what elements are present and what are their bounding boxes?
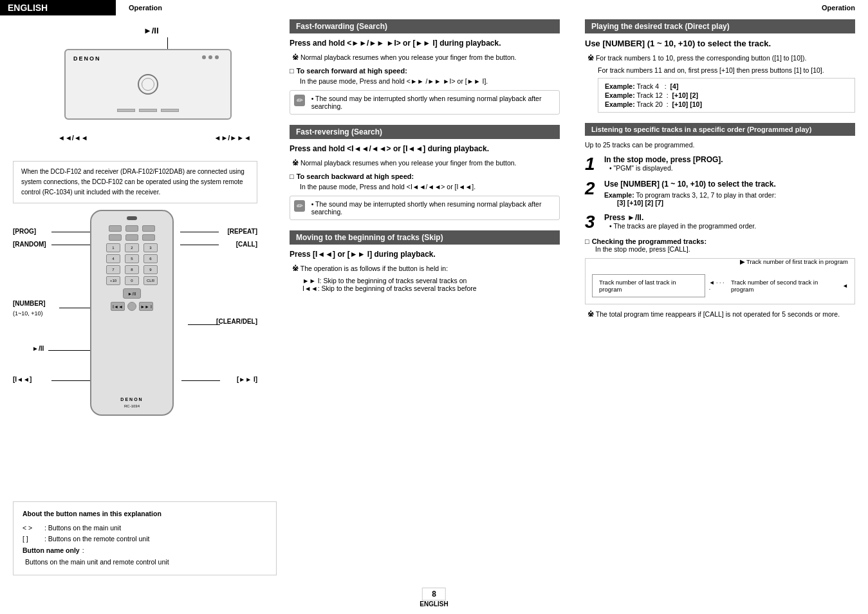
prev-btn: I◄◄	[111, 302, 125, 311]
prog-label: [PROG]	[13, 228, 36, 235]
remote-btn	[142, 225, 155, 232]
fast-reverse-header: Fast-reversing (Search)	[290, 125, 560, 139]
legend-row4: Buttons on the main unit and remote cont…	[25, 557, 267, 568]
step2-num: 2	[585, 180, 600, 198]
legend-sep3: :	[82, 545, 84, 557]
legend-box: About the button names in this explanati…	[13, 501, 277, 575]
step2-content: Use [NUMBER] (1 ~ 10, +10) to select the…	[604, 180, 776, 207]
repeat-arrow	[180, 232, 219, 232]
step1-title: In the stop mode, press [PROG].	[604, 155, 723, 164]
track-last-label: Track number of last track in program	[599, 279, 676, 293]
check-title: □Checking the programmed tracks:	[585, 237, 855, 245]
page-english: ENGLISH	[420, 600, 448, 608]
page-num-box: 8	[422, 588, 446, 600]
fast-forward-note-box: ✏ • The sound may be interrupted shortly…	[290, 90, 560, 115]
random-label: [RANDOM]	[13, 241, 46, 248]
fast-forward-instruction: Press and hold <►►/►► ►I> or [►► I] duri…	[290, 39, 560, 48]
skip-note3: I◄◄: Skip to the beginning of tracks sev…	[302, 284, 560, 292]
device-brand: DENON	[73, 55, 101, 62]
num-btn-2: 2	[125, 243, 139, 252]
fast-forward-sub-text: In the pause mode, Press and hold <►► /►…	[300, 77, 560, 85]
slot	[139, 109, 157, 112]
arrow-line-play	[167, 37, 168, 50]
left-panel: ►/II DENON	[13, 19, 283, 435]
ir-emitter	[127, 216, 137, 220]
legend-key2: [ ]	[23, 534, 42, 545]
remote-btn	[142, 234, 155, 241]
step3-num: 3	[585, 213, 600, 231]
fast-forward-note1: ※ Normal playback resumes when you relea…	[292, 53, 560, 62]
remote-btn	[109, 225, 122, 232]
legend-key1: < >	[23, 523, 42, 534]
device-box: DENON	[64, 49, 232, 120]
device-dot	[202, 55, 206, 59]
example1: Example: Track 4 : [4]	[605, 82, 848, 90]
fast-forward-sound-note: • The sound may be interrupted shortly w…	[311, 95, 555, 110]
operation-label-right: Operation	[822, 4, 855, 12]
remote-body: 1 2 3 4 5 6 7 8 9 +10	[90, 210, 174, 416]
remote-btn	[125, 234, 138, 241]
next-btn: ►► I	[139, 302, 153, 311]
controls-label-left: ◄◄/◄◄	[58, 134, 88, 142]
step2-example: Example: To program tracks 3, 12, 7 to p…	[604, 191, 776, 207]
play-arrow	[48, 350, 90, 351]
center-btn	[127, 302, 136, 311]
fast-reverse-instruction: Press and hold <I◄◄/◄◄> or [I◄◄] during …	[290, 144, 560, 153]
device-disc	[138, 74, 158, 95]
fast-reverse-sub-text: In the pause mode, Press and hold <I◄◄/◄…	[300, 183, 560, 191]
legend-val1: : Buttons on the main unit	[44, 523, 121, 534]
number-pad: 1 2 3 4 5 6 7 8 9 +10	[106, 243, 158, 285]
remote-model: RC-1034	[124, 404, 140, 408]
skip-note1: ※ The operation is as follows if the but…	[292, 264, 560, 273]
note-icon: ✏	[294, 95, 305, 106]
play-pause-label: ►/II	[143, 26, 159, 35]
num-btn-clear: CLR	[143, 276, 158, 285]
legend-val2: : Buttons on the remote control unit	[44, 534, 149, 545]
info-box: When the DCD-F102 and receiver (DRA-F102…	[13, 161, 257, 203]
play-pause-btn: ►/II	[123, 288, 141, 299]
step1: 1 In the stop mode, press [PROG]. • "PGM…	[585, 155, 855, 173]
english-header: ENGLISH	[0, 0, 116, 15]
remote-top-row	[91, 225, 172, 232]
right-panel: Playing the desired track (Direct play) …	[585, 19, 855, 322]
step1-num: 1	[585, 155, 600, 173]
remote-diagram-area: 1 2 3 4 5 6 7 8 9 +10	[13, 210, 257, 435]
controls-label-right: ◄►/►►◄	[214, 134, 252, 142]
prev-arrow	[51, 380, 90, 381]
prog-arrow	[51, 232, 90, 232]
note-icon2: ✏	[294, 200, 305, 212]
num-btn-plus10: +10	[106, 276, 120, 285]
track-box: Track number of last track in program	[592, 274, 705, 297]
num-btn-6: 6	[143, 254, 158, 263]
check-text: In the stop mode, press [CALL].	[595, 245, 855, 253]
number-label: [NUMBER]	[13, 300, 46, 307]
remote-btn	[125, 225, 138, 232]
disc-inner	[142, 78, 154, 91]
step2-title: Use [NUMBER] (1 ~ 10, +10) to select the…	[604, 180, 776, 189]
remote-brand: DENON	[120, 397, 143, 402]
remote-btn	[109, 234, 122, 241]
step3-content: Press ►/II. • The tracks are played in t…	[604, 213, 756, 230]
middle-panel: Fast-forwarding (Search) Press and hold …	[290, 19, 560, 292]
legend-row3: Button name only :	[23, 545, 267, 557]
step3-title: Press ►/II.	[604, 213, 756, 222]
num-btn-5: 5	[125, 254, 139, 263]
num-btn-0: 0	[125, 276, 139, 285]
skip-instruction: Press [I◄◄] or [►► I] during playback.	[290, 250, 560, 259]
call-label: [CALL]	[236, 241, 257, 248]
clear-del-arrow	[188, 324, 220, 325]
num-btn-3: 3	[143, 243, 158, 252]
total-note: ※ The total program time reappears if [C…	[587, 310, 855, 319]
fast-forward-sub-title: □To search forward at high speed:	[290, 67, 560, 75]
prev-remote-label: [I◄◄]	[13, 376, 32, 383]
slot	[161, 109, 179, 112]
direct-play-header: Playing the desired track (Direct play)	[585, 19, 855, 33]
next-remote-label: [►► I]	[237, 376, 257, 383]
legend-val4: Buttons on the main unit and remote cont…	[25, 558, 169, 566]
page-number: 8 ENGLISH	[420, 588, 448, 608]
num-btn-4: 4	[106, 254, 120, 263]
skip-note2: ►► I: Skip to the beginning of tracks se…	[302, 277, 560, 284]
legend-row2: [ ] : Buttons on the remote control unit	[23, 534, 267, 545]
play-pause-remote-label: ►/II	[32, 345, 44, 352]
slot	[117, 109, 135, 112]
